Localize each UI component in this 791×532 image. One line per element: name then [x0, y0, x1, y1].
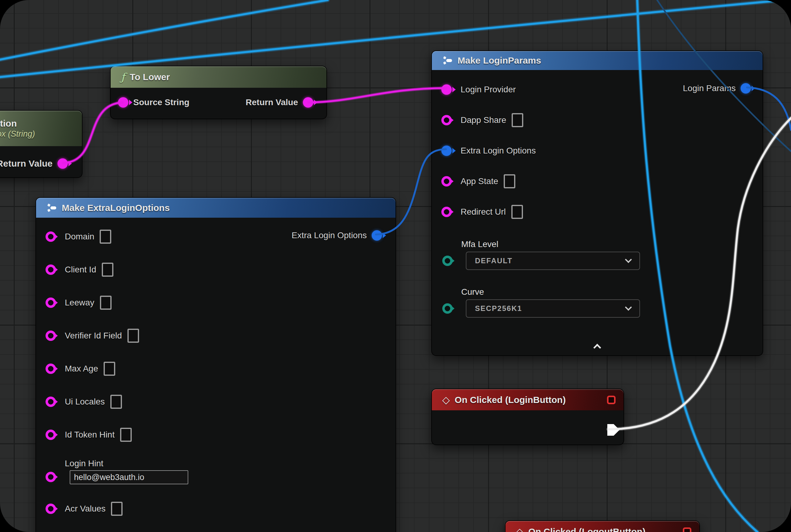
dropdown-curve[interactable]: SECP256K1	[466, 299, 640, 318]
wire-background-blue-1	[0, 0, 328, 60]
node-title: Make ExtraLoginOptions	[62, 203, 170, 213]
dropdown-mfa-level[interactable]: DEFAULT	[466, 252, 640, 270]
pin-label-return-value: Return Value	[0, 158, 53, 169]
pin-label-login-params: Login Params	[683, 83, 736, 93]
checkbox-dapp-share[interactable]	[512, 113, 523, 127]
pin-extra-login-options-input[interactable]	[441, 146, 452, 156]
node-title: Make LoginParams	[458, 55, 541, 66]
on-clicked-login-header: ◇ On Clicked (LoginButton)	[432, 389, 623, 410]
checkbox-max-age[interactable]	[103, 362, 115, 376]
pin-domain-input[interactable]	[45, 231, 56, 242]
collapse-chevron-icon[interactable]	[593, 344, 601, 351]
delegate-square-icon[interactable]	[683, 527, 691, 532]
node-title: tion	[0, 118, 17, 129]
make-struct-icon	[442, 56, 453, 65]
checkbox-domain[interactable]	[100, 230, 111, 244]
checkbox-leeway[interactable]	[100, 296, 112, 310]
node-on-clicked-login-button[interactable]: ◇ On Clicked (LoginButton)	[431, 388, 624, 445]
pin-label-app-state: App State	[461, 176, 498, 186]
pin-label-extra-login-options: Extra Login Options	[292, 230, 367, 240]
pin-max-age-input[interactable]	[45, 363, 56, 374]
event-diamond-icon: ◇	[442, 394, 450, 406]
pin-label-max-age: Max Age	[65, 364, 98, 374]
checkbox-client-id[interactable]	[102, 263, 113, 277]
dropdown-value-curve: SECP256K1	[475, 304, 522, 313]
pin-extra-login-options-output[interactable]	[372, 230, 382, 241]
blueprint-graph-canvas[interactable]: tion ox (String) Return Value ƒ To Lower…	[0, 0, 791, 532]
pin-row-login-hint: Login Hint	[36, 457, 396, 484]
pin-curve-input[interactable]	[442, 303, 453, 314]
pin-label-client-id: Client Id	[65, 265, 96, 274]
pin-verifier-id-field-input[interactable]	[45, 330, 56, 341]
pin-row-redirect-url: Redirect Url	[432, 196, 763, 227]
node-title: To Lower	[130, 72, 170, 82]
to-lower-header: ƒ To Lower	[111, 66, 326, 88]
wire-tolower-to-provider-glow	[309, 88, 446, 102]
pin-return-value-output[interactable]	[303, 97, 313, 108]
pin-label-redirect-url: Redirect Url	[461, 207, 506, 217]
pin-row-curve: CurveSECP256K1	[432, 286, 763, 318]
pin-label-return-value: Return Value	[246, 97, 298, 107]
checkbox-id-token-hint[interactable]	[120, 428, 132, 442]
checkbox-redirect-url[interactable]	[512, 205, 523, 219]
pin-source-string-input[interactable]	[118, 97, 128, 108]
pin-row-id-token-hint: Id Token Hint	[36, 418, 396, 451]
node-title: On Clicked (LogoutButton)	[528, 527, 645, 532]
pin-mfa-level-input[interactable]	[442, 255, 453, 266]
node-make-login-params[interactable]: Make LoginParams Login ProviderDapp Shar…	[431, 51, 763, 356]
pin-row-max-age: Max Age	[36, 352, 396, 385]
delegate-square-icon[interactable]	[607, 396, 616, 404]
pin-login-hint-input[interactable]	[45, 472, 56, 482]
pin-label-login-hint: Login Hint	[65, 457, 396, 470]
node-on-clicked-logout-button[interactable]: ◇ On Clicked (LogoutButton)	[505, 520, 700, 532]
on-clicked-logout-header: ◇ On Clicked (LogoutButton)	[505, 521, 699, 532]
dropdown-chevron-icon	[625, 304, 632, 311]
dropdown-chevron-icon	[625, 256, 632, 263]
node-to-lower[interactable]: ƒ To Lower Source String Return Value	[110, 66, 327, 119]
pin-row-dapp-share: Dapp Share	[432, 105, 763, 135]
checkbox-acr-values[interactable]	[111, 502, 122, 516]
node-title: On Clicked (LoginButton)	[455, 395, 566, 405]
node-string-source-clipped[interactable]: tion ox (String) Return Value	[0, 110, 82, 178]
node-subtitle: ox (String)	[0, 129, 35, 139]
pin-ui-locales-input[interactable]	[45, 397, 56, 407]
pin-row-mfa-level: Mfa LevelDEFAULT	[432, 238, 763, 270]
checkbox-app-state[interactable]	[504, 174, 515, 188]
pin-label-login-provider: Login Provider	[461, 85, 516, 94]
text-input-login-hint[interactable]	[70, 470, 188, 484]
pin-label-ui-locales: Ui Locales	[65, 397, 105, 407]
pin-row-extra-login-options: Extra Login Options	[432, 135, 763, 166]
pin-app-state-input[interactable]	[441, 176, 452, 187]
pin-row-acr-values: Acr Values	[36, 492, 396, 525]
extra-login-options-pin-rows: DomainClient IdLeewayVerifier Id FieldMa…	[36, 218, 396, 525]
pin-acr-values-input[interactable]	[45, 504, 56, 514]
pin-redirect-url-input[interactable]	[441, 207, 452, 217]
make-login-params-header: Make LoginParams	[432, 51, 763, 70]
pin-leeway-input[interactable]	[45, 298, 56, 308]
exec-output-pin[interactable]	[607, 424, 619, 436]
pin-row-app-state: App State	[432, 166, 763, 196]
pin-login-provider-input[interactable]	[441, 84, 452, 95]
make-struct-icon	[46, 203, 57, 212]
checkbox-verifier-id-field[interactable]	[128, 329, 139, 343]
function-f-icon: ƒ	[121, 71, 125, 83]
pin-row-leeway: Leeway	[36, 286, 396, 319]
login-params-pin-rows: Login ProviderDapp ShareExtra Login Opti…	[432, 70, 763, 318]
pin-id-token-hint-input[interactable]	[45, 430, 56, 440]
pin-label-extra-login-options: Extra Login Options	[461, 146, 536, 156]
string-source-header: tion ox (String)	[0, 111, 82, 146]
pin-dapp-share-input[interactable]	[441, 115, 452, 125]
pin-label-leeway: Leeway	[65, 298, 94, 308]
pin-label-dapp-share: Dapp Share	[461, 115, 506, 125]
make-extra-login-options-header: Make ExtraLoginOptions	[36, 198, 396, 218]
pin-label-domain: Domain	[65, 232, 94, 242]
wire-tolower-to-login-provider[interactable]	[309, 88, 446, 102]
wire-background-blue-1-glow	[0, 0, 328, 60]
pin-row-verifier-id-field: Verifier Id Field	[36, 319, 396, 352]
event-diamond-icon: ◇	[516, 526, 524, 532]
pin-client-id-input[interactable]	[45, 264, 56, 275]
node-make-extra-login-options[interactable]: Make ExtraLoginOptions DomainClient IdLe…	[36, 197, 396, 532]
checkbox-ui-locales[interactable]	[110, 395, 122, 409]
pin-login-params-output[interactable]	[740, 83, 751, 94]
pin-return-value-output[interactable]	[57, 158, 68, 169]
